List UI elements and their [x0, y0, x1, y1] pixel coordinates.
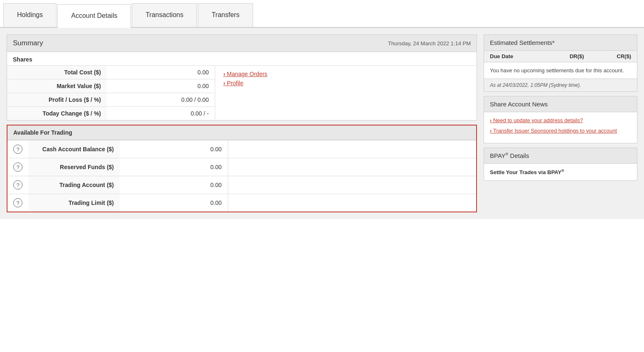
- reserved-help-icon[interactable]: ?: [13, 162, 22, 172]
- reserved-funds-label: Reserved Funds ($): [28, 158, 120, 176]
- table-row: ? Trading Account ($) 0.00: [7, 176, 476, 194]
- aft-table: ? Cash Account Balance ($) 0.00 ? Reserv…: [7, 140, 476, 212]
- bpay-header: BPAY® Details: [484, 148, 637, 164]
- help-icon-cell: ?: [7, 158, 28, 176]
- summary-date: Thursday, 24 March 2022 1:14 PM: [388, 40, 471, 47]
- table-row: ? Reserved Funds ($) 0.00: [7, 158, 476, 176]
- today-change-value: 0.00 / -: [107, 107, 215, 121]
- summary-title: Summary: [13, 39, 43, 47]
- bpay-settle-label: Settle Your Trades via BPAY®: [490, 169, 564, 175]
- profit-loss-value: 0.00 / 0.00: [107, 93, 215, 107]
- market-value-label: Market Value ($): [7, 79, 107, 93]
- news-header: Share Account News: [484, 96, 637, 112]
- trading-account-help-icon[interactable]: ?: [13, 180, 22, 190]
- left-column: Summary Thursday, 24 March 2022 1:14 PM …: [7, 34, 477, 212]
- est-col-cr: CR($): [584, 53, 631, 59]
- table-row: ? Trading Limit ($) 0.00: [7, 194, 476, 212]
- action-cell: Manage Orders Profile: [215, 66, 477, 121]
- tab-holdings[interactable]: Holdings: [3, 3, 57, 27]
- aft-empty-cell: [228, 158, 476, 176]
- trading-account-value: 0.00: [120, 176, 228, 194]
- address-update-link[interactable]: Need to update your address details?: [490, 117, 631, 123]
- help-icon-cell: ?: [7, 140, 28, 158]
- cash-help-icon[interactable]: ?: [13, 145, 22, 154]
- today-change-label: Today Change ($ / %): [7, 107, 107, 121]
- tab-transactions[interactable]: Transactions: [132, 3, 197, 27]
- est-footer: As at 24/03/2022, 1:05PM (Sydney time).: [484, 79, 637, 91]
- profile-link[interactable]: Profile: [224, 80, 471, 86]
- available-for-trading-box: Available For Trading ? Cash Account Bal…: [7, 125, 477, 212]
- shares-label: Shares: [7, 52, 477, 65]
- total-cost-label: Total Cost ($): [7, 66, 107, 79]
- share-account-news-box: Share Account News Need to update your a…: [484, 96, 637, 143]
- bpay-box: BPAY® Details Settle Your Trades via BPA…: [484, 148, 637, 181]
- est-header: Estimated Settlements*: [484, 35, 637, 51]
- total-cost-value: 0.00: [107, 66, 215, 79]
- tab-account-details[interactable]: Account Details: [57, 4, 131, 28]
- main-content: Summary Thursday, 24 March 2022 1:14 PM …: [0, 28, 644, 219]
- help-icon-cell: ?: [7, 194, 28, 212]
- summary-header: Summary Thursday, 24 March 2022 1:14 PM: [7, 35, 477, 52]
- cash-balance-label: Cash Account Balance ($): [28, 140, 120, 158]
- cash-balance-value: 0.00: [120, 140, 228, 158]
- est-col-due-date: Due Date: [490, 53, 537, 59]
- est-body: You have no upcoming settlements due for…: [484, 62, 637, 79]
- manage-orders-link[interactable]: Manage Orders: [224, 71, 471, 77]
- shares-table: Total Cost ($) 0.00 Manage Orders Profil…: [7, 65, 477, 120]
- table-row: ? Cash Account Balance ($) 0.00: [7, 140, 476, 158]
- summary-box: Summary Thursday, 24 March 2022 1:14 PM …: [7, 34, 477, 121]
- trading-account-label: Trading Account ($): [28, 176, 120, 194]
- tab-bar: Holdings Account Details Transactions Tr…: [0, 0, 644, 28]
- news-body: Need to update your address details? Tra…: [484, 112, 637, 143]
- aft-empty-cell: [228, 194, 476, 212]
- reserved-funds-value: 0.00: [120, 158, 228, 176]
- trading-limit-help-icon[interactable]: ?: [13, 198, 22, 207]
- transfer-holdings-link[interactable]: Transfer Issuer Sponsored holdings to yo…: [490, 128, 631, 134]
- est-columns: Due Date DR($) CR($): [484, 51, 637, 62]
- trading-limit-label: Trading Limit ($): [28, 194, 120, 212]
- bpay-title: BPAY® Details: [490, 152, 529, 159]
- help-icon-cell: ?: [7, 176, 28, 194]
- table-row: Total Cost ($) 0.00 Manage Orders Profil…: [7, 66, 477, 79]
- aft-empty-cell: [228, 140, 476, 158]
- estimated-settlements-box: Estimated Settlements* Due Date DR($) CR…: [484, 34, 637, 92]
- trading-limit-value: 0.00: [120, 194, 228, 212]
- tab-transfers[interactable]: Transfers: [198, 3, 253, 27]
- market-value-value: 0.00: [107, 79, 215, 93]
- est-col-dr: DR($): [537, 53, 584, 59]
- aft-header: Available For Trading: [7, 126, 476, 140]
- profit-loss-label: Profit / Loss ($ / %): [7, 93, 107, 107]
- right-column: Estimated Settlements* Due Date DR($) CR…: [484, 34, 637, 212]
- aft-empty-cell: [228, 176, 476, 194]
- bpay-body: Settle Your Trades via BPAY®: [484, 164, 637, 180]
